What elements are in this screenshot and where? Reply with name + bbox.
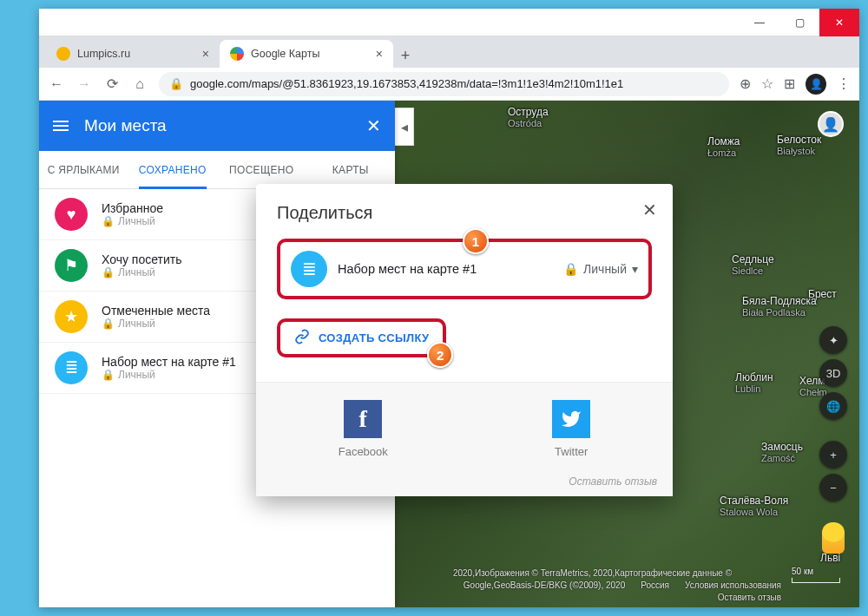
nav-back-button[interactable]: ← <box>48 76 65 92</box>
address-bar: ← → ⟳ ⌂ 🔒 google.com/maps/@51.8361923,19… <box>39 68 859 101</box>
map-place-label: ЛомжаŁomża <box>707 135 740 158</box>
tab-strip: Lumpics.ru × Google Карты × + <box>39 36 859 68</box>
zoom-icon[interactable]: ⊕ <box>740 75 751 92</box>
sidebar-collapse-button[interactable]: ◂ <box>395 108 414 146</box>
sidebar-close-button[interactable]: ✕ <box>366 115 381 136</box>
nav-reload-button[interactable]: ⟳ <box>103 75 121 92</box>
map-attribution: 2020,Изображения © TerraMetrics, 2020,Ка… <box>404 567 781 604</box>
scale-bar: 50 км <box>792 567 840 583</box>
twitter-icon <box>552 400 590 438</box>
list-item-icon: ≣ <box>55 351 88 384</box>
tab-visited[interactable]: ПОСЕЩЕНО <box>217 151 306 188</box>
tab-close-icon[interactable]: × <box>376 47 383 61</box>
create-link-label: СОЗДАТЬ ССЫЛКУ <box>319 331 429 344</box>
dialog-feedback-link[interactable]: Оставить отзыв <box>256 469 673 496</box>
annotation-badge-2: 2 <box>427 342 453 368</box>
window-close-button[interactable]: ✕ <box>819 9 859 36</box>
map-place-label: ЛюблинLublin <box>735 371 773 394</box>
browser-tab-googlemaps[interactable]: Google Карты × <box>220 40 393 68</box>
tab-labeled[interactable]: С ЯРЛЫКАМИ <box>39 151 128 188</box>
pegman-icon[interactable] <box>822 522 845 554</box>
tab-saved[interactable]: СОХРАНЕНО <box>128 151 218 188</box>
browser-menu-icon[interactable]: ⋮ <box>837 75 851 92</box>
create-link-button[interactable]: СОЗДАТЬ ССЫЛКУ 2 <box>277 318 446 357</box>
tab-title: Google Карты <box>251 48 319 60</box>
twitter-label: Twitter <box>552 445 590 458</box>
lock-icon: 🔒 <box>102 318 115 330</box>
omnibox[interactable]: 🔒 google.com/maps/@51.8361923,19.1673853… <box>159 72 729 96</box>
country-link[interactable]: Россия <box>641 580 669 592</box>
chevron-down-icon: ▾ <box>632 262 638 276</box>
list-item-meta: 🔒 Личный <box>102 318 210 330</box>
list-item-icon: ♥ <box>55 198 88 231</box>
globe-button[interactable]: 🌐 <box>819 392 847 420</box>
compass-button[interactable]: ✦ <box>819 326 847 354</box>
url-text: google.com/maps/@51.8361923,19.1673853,4… <box>190 77 623 90</box>
nav-forward-button[interactable]: → <box>76 76 93 92</box>
tab-title: Lumpics.ru <box>77 48 130 60</box>
scale-label: 50 км <box>792 567 813 576</box>
list-icon: ≣ <box>291 251 327 287</box>
list-item-meta: 🔒 Личный <box>102 215 163 227</box>
facebook-icon: f <box>344 400 382 438</box>
annotation-badge-1: 1 <box>463 228 489 254</box>
list-item-name: Набор мест на карте #1 <box>102 355 236 369</box>
dialog-close-button[interactable]: ✕ <box>642 200 657 220</box>
list-item-icon: ⚑ <box>55 249 88 282</box>
map-place-label: ЗамосцьZamość <box>761 441 803 463</box>
lock-icon: 🔒 <box>102 215 115 227</box>
list-item-meta: 🔒 Личный <box>102 369 236 381</box>
share-list-row: ≣ Набор мест на карте #1 🔒 Личный ▾ 1 <box>277 239 652 299</box>
tab-close-icon[interactable]: × <box>202 47 209 61</box>
lock-icon: 🔒 <box>169 77 183 90</box>
share-dialog: Поделиться ✕ ≣ Набор мест на карте #1 🔒 … <box>256 184 673 496</box>
list-item-icon: ★ <box>55 300 88 333</box>
favicon-icon <box>56 47 70 61</box>
map-place-label: БелостокBiałystok <box>777 134 821 156</box>
window-titlebar: — ▢ ✕ <box>39 9 859 36</box>
list-item-name: Отмеченные места <box>102 304 210 318</box>
sidebar-header: Мои места ✕ <box>39 101 395 151</box>
extensions-icon[interactable]: ⊞ <box>784 75 795 92</box>
lock-icon: 🔒 <box>102 369 115 381</box>
nav-home-button[interactable]: ⌂ <box>131 76 148 92</box>
maps-account-avatar[interactable]: 👤 <box>818 111 844 137</box>
zoom-in-button[interactable]: + <box>819 441 847 469</box>
attrib-line: 2020,Изображения © TerraMetrics, 2020,Ка… <box>404 567 781 580</box>
facebook-label: Facebook <box>339 445 388 458</box>
profile-avatar[interactable]: 👤 <box>806 74 826 95</box>
privacy-dropdown[interactable]: 🔒 Личный ▾ <box>563 262 638 276</box>
map-place-label: Сталёва-ВоляStalowa Wola <box>720 495 788 517</box>
map-feedback-link[interactable]: Оставить отзыв <box>718 592 781 604</box>
list-item-meta: 🔒 Личный <box>102 266 181 279</box>
attrib-line: Google,GeoBasis-DE/BKG (©2009), 2020 <box>464 580 625 592</box>
list-item-name: Хочу посетить <box>102 252 181 266</box>
map-place-label: Бяла-ПодляскаBiała Podlaska <box>742 295 817 318</box>
favicon-icon <box>230 47 244 61</box>
lock-icon: 🔒 <box>563 262 578 276</box>
sidebar-title: Мои места <box>84 116 167 135</box>
terms-link[interactable]: Условия использования <box>685 580 781 592</box>
share-facebook-button[interactable]: f Facebook <box>339 400 388 458</box>
window-minimize-button[interactable]: — <box>740 9 779 36</box>
browser-window: — ▢ ✕ Lumpics.ru × Google Карты × + ← → … <box>39 9 859 607</box>
zoom-out-button[interactable]: − <box>819 474 847 501</box>
link-icon <box>294 329 310 347</box>
share-twitter-button[interactable]: Twitter <box>552 400 590 458</box>
3d-button[interactable]: 3D <box>819 359 847 387</box>
bookmark-star-icon[interactable]: ☆ <box>761 75 773 92</box>
hamburger-menu-icon[interactable] <box>53 121 69 131</box>
lock-icon: 🔒 <box>102 266 115 279</box>
privacy-label: Личный <box>583 262 627 276</box>
new-tab-button[interactable]: + <box>393 43 418 68</box>
share-socials: f Facebook Twitter <box>256 382 673 469</box>
browser-tab-lumpics[interactable]: Lumpics.ru × <box>46 40 220 68</box>
tab-maps[interactable]: КАРТЫ <box>306 151 396 188</box>
share-list-name: Набор мест на карте #1 <box>338 262 477 276</box>
content-area: ОструдаOstródaЛомжаŁomżaБелостокBiałysto… <box>39 101 859 607</box>
map-place-label: Льві <box>820 552 840 564</box>
map-place-label: СедльцеSiedlce <box>732 253 774 276</box>
map-place-label: ОструдаOstróda <box>508 106 549 128</box>
window-maximize-button[interactable]: ▢ <box>779 9 819 36</box>
dialog-title: Поделиться <box>277 203 652 223</box>
